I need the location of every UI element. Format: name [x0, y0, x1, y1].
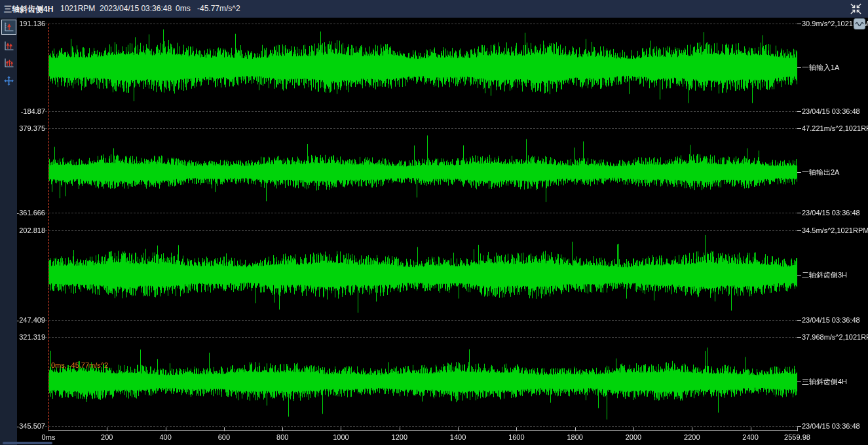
channel-name: 一轴输入1A [802, 63, 839, 73]
datetime-readout: 2023/04/15 03:36:48 [100, 4, 172, 13]
x-axis-tick-label: 2559.98 [784, 433, 810, 441]
x-axis-tick-label: 1000 [333, 433, 349, 441]
x-axis-tick [516, 427, 517, 431]
y-axis-label: 379.375 [19, 124, 45, 132]
gridline [45, 426, 797, 427]
x-axis-tick-label: 1800 [567, 433, 582, 441]
channel-peak-readout: 34.5m/s^2,1021RPM [802, 226, 868, 234]
x-axis-tick [341, 427, 341, 431]
multi-spectrum-view-button[interactable] [1, 56, 16, 71]
channel-timestamp: 23/04/15 03:36:48 [802, 209, 860, 217]
x-axis-tick-label: 1400 [450, 433, 466, 441]
gridline [45, 24, 797, 24]
move-arrows-icon [3, 75, 14, 86]
x-axis-tick-label: 600 [218, 433, 230, 441]
time-cursor-line[interactable] [48, 24, 49, 430]
y-axis-label: 202.818 [19, 226, 45, 234]
gridline [45, 213, 797, 213]
spectrum-view-button[interactable] [1, 39, 16, 54]
x-axis-tick [107, 427, 107, 431]
x-axis-tick-label: 1600 [508, 433, 524, 441]
active-channel-title: 三轴斜齿侧4H [4, 4, 53, 15]
spectrum-icon [3, 41, 14, 52]
x-axis-tick-label: 0ms [42, 433, 56, 441]
waveform-mode-button[interactable] [854, 18, 865, 29]
y-axis-label: -345.507 [17, 422, 45, 430]
time-waveform-view-button[interactable] [1, 20, 16, 35]
cursor-time-readout: 0ms [176, 4, 191, 13]
cursor-annotation: 0ms, -45.77m/s^2 [51, 361, 108, 369]
channel-timestamp: 23/04/15 03:36:48 [802, 422, 860, 430]
y-axis-label: -247.409 [17, 316, 45, 324]
gridline [45, 320, 797, 321]
cursor-amplitude-readout: -45.77m/s^2 [197, 4, 240, 13]
time-waveform-icon [3, 22, 14, 33]
channel-timestamp: 23/04/15 03:36:48 [802, 107, 860, 115]
x-axis-tick-label: 2400 [742, 433, 758, 441]
x-axis-tick-label: 800 [276, 433, 288, 441]
x-axis-tick [575, 427, 576, 431]
gridline [45, 111, 797, 112]
pan-move-button[interactable] [1, 73, 16, 88]
x-axis-tick [751, 427, 751, 431]
collapse-window-icon[interactable] [850, 3, 862, 15]
x-axis-tick-label: 200 [101, 433, 113, 441]
x-axis-tick [797, 427, 798, 431]
x-axis-tick [224, 427, 225, 431]
channel-name: 三轴斜齿侧4H [802, 377, 847, 387]
x-axis-tick [400, 427, 400, 431]
x-axis-tick-label: 2200 [684, 433, 700, 441]
x-axis-tick-label: 1200 [392, 433, 407, 441]
multi-spectrum-icon [3, 58, 14, 69]
gridline [45, 128, 797, 129]
y-axis-label: 321.319 [19, 333, 45, 341]
x-axis-tick [282, 427, 283, 431]
rpm-readout: 1021RPM [60, 4, 95, 13]
channel-timestamp: 23/04/15 03:36:48 [802, 316, 860, 324]
tool-sidebar [0, 18, 17, 445]
channel-name: 二轴斜齿侧3H [802, 270, 847, 280]
x-axis-tick [633, 427, 634, 431]
x-axis-tick [166, 427, 166, 431]
x-axis-tick-label: 400 [159, 433, 171, 441]
y-axis-label: 191.136 [19, 20, 45, 27]
channel-peak-readout: 37.968m/s^2,1021RPM [802, 333, 868, 341]
gridline [45, 337, 797, 338]
channel-name: 一轴输出2A [802, 168, 839, 177]
top-status-bar: 三轴斜齿侧4H 1021RPM 2023/04/15 03:36:48 0ms … [0, 0, 868, 18]
app-window: 191.136 -184.87 379.375 -361.666 202.818… [0, 0, 868, 445]
horizontal-scrollbar-thumb[interactable] [3, 442, 52, 444]
channel-peak-readout: 47.221m/s^2,1021RPM [802, 124, 868, 132]
gridline [45, 230, 797, 231]
y-axis-label: -361.666 [17, 209, 45, 217]
waveform-plot-area[interactable] [0, 0, 868, 445]
sine-wave-icon [855, 21, 864, 27]
x-axis [48, 430, 797, 431]
x-axis-tick [458, 427, 459, 431]
x-axis-tick-label: 2000 [626, 433, 641, 441]
y-axis-label: -184.87 [21, 107, 45, 115]
x-axis-tick [692, 427, 692, 431]
